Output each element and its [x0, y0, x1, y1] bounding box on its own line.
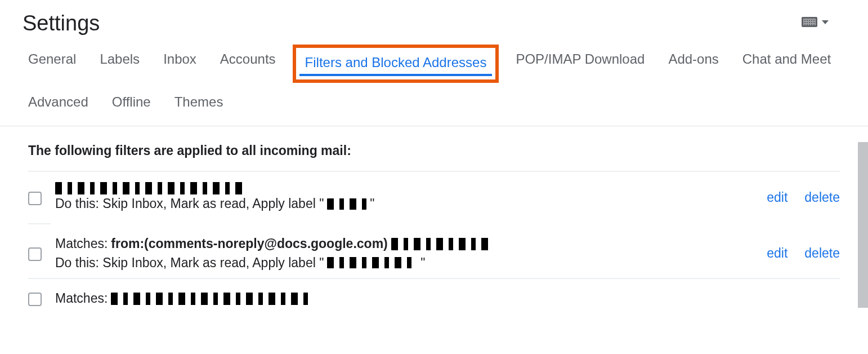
tab-accounts[interactable]: Accounts: [220, 51, 276, 76]
filter-row: Do this: Skip Inbox, Mark as read, Apply…: [28, 182, 840, 213]
filter-checkbox[interactable]: [28, 192, 42, 205]
filter-action-text: Do this: Skip Inbox, Mark as read, Apply…: [55, 254, 324, 272]
filter-action-suffix: ": [370, 194, 374, 213]
tab-filters[interactable]: Filters and Blocked Addresses: [299, 51, 493, 76]
settings-tabs: General Labels Inbox Accounts Filters an…: [0, 41, 868, 126]
filter-row: Matches:: [28, 289, 840, 308]
divider: [28, 223, 51, 224]
divider: [28, 171, 840, 172]
redacted-text: [391, 238, 493, 250]
delete-link[interactable]: delete: [804, 190, 840, 205]
tab-offline[interactable]: Offline: [112, 94, 151, 110]
filter-checkbox[interactable]: [28, 293, 42, 306]
edit-link[interactable]: edit: [767, 190, 788, 205]
vertical-scrollbar[interactable]: [858, 142, 868, 308]
input-tools-menu[interactable]: [802, 17, 829, 27]
chevron-down-icon: [822, 20, 829, 24]
divider: [28, 278, 840, 279]
redacted-text: [55, 182, 247, 194]
filter-checkbox[interactable]: [28, 247, 42, 261]
tab-labels[interactable]: Labels: [100, 51, 140, 76]
keyboard-icon: [802, 17, 817, 27]
page-title: Settings: [0, 0, 868, 41]
matches-label: Matches:: [55, 289, 108, 308]
redacted-text: [111, 293, 314, 305]
tab-advanced[interactable]: Advanced: [28, 94, 88, 110]
delete-link[interactable]: delete: [804, 246, 840, 261]
edit-link[interactable]: edit: [767, 246, 788, 261]
tab-themes[interactable]: Themes: [175, 94, 223, 110]
filters-content: The following filters are applied to all…: [0, 126, 868, 308]
tab-inbox[interactable]: Inbox: [163, 51, 196, 76]
redacted-text: [327, 257, 417, 268]
tab-addons[interactable]: Add-ons: [668, 51, 718, 76]
tab-popimap[interactable]: POP/IMAP Download: [516, 51, 645, 76]
redacted-text: [327, 198, 366, 210]
filter-action-text: Do this: Skip Inbox, Mark as read, Apply…: [55, 194, 324, 213]
filters-intro: The following filters are applied to all…: [28, 143, 840, 158]
filter-row: Matches: from:(comments-noreply@docs.goo…: [28, 234, 840, 272]
matches-criteria: from:(comments-noreply@docs.google.com): [111, 234, 387, 253]
filter-action-suffix: ": [420, 254, 425, 272]
tab-chatmeet[interactable]: Chat and Meet: [742, 51, 831, 76]
tab-general[interactable]: General: [28, 51, 76, 76]
matches-label: Matches:: [55, 234, 108, 253]
